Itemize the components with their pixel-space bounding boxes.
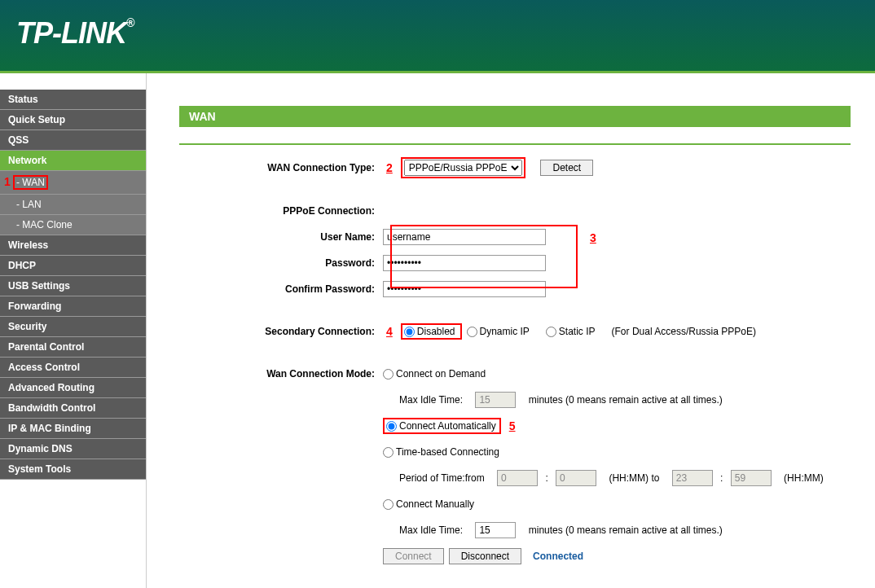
sidebar-dhcp[interactable]: DHCP xyxy=(0,256,146,276)
marker-1: 1 xyxy=(4,175,11,188)
disconnect-button[interactable]: Disconnect xyxy=(449,548,521,564)
sidebar-ddns[interactable]: Dynamic DNS xyxy=(0,439,146,459)
sidebar-sub-wan[interactable]: 1 - WAN xyxy=(0,171,146,195)
label-secondary-conn: Secondary Connection: xyxy=(179,326,383,337)
marker-3: 3 xyxy=(590,231,596,244)
divider xyxy=(179,143,851,145)
radio-connect-manual[interactable] xyxy=(383,499,394,510)
content-area: WAN WAN Connection Type: 2 PPPoE/Russia … xyxy=(147,73,875,588)
label-conn-type: WAN Connection Type: xyxy=(179,162,383,173)
sidebar-status[interactable]: Status xyxy=(0,90,146,110)
connection-status: Connected xyxy=(533,551,583,562)
radio-connect-auto[interactable] xyxy=(386,421,397,432)
radio-static-ip[interactable] xyxy=(546,327,556,337)
sidebar-quick-setup[interactable]: Quick Setup xyxy=(0,110,146,130)
sidebar-access[interactable]: Access Control xyxy=(0,358,146,378)
connect-button: Connect xyxy=(383,548,444,564)
sidebar-adv-routing[interactable]: Advanced Routing xyxy=(0,378,146,398)
sidebar-security[interactable]: Security xyxy=(0,317,146,337)
sidebar-wireless[interactable]: Wireless xyxy=(0,235,146,256)
marker-2: 2 xyxy=(386,161,393,174)
sidebar-network[interactable]: Network xyxy=(0,151,146,171)
sidebar-system[interactable]: System Tools xyxy=(0,459,146,480)
sidebar-qss[interactable]: QSS xyxy=(0,130,146,151)
page-title: WAN xyxy=(179,106,851,127)
sidebar-forwarding[interactable]: Forwarding xyxy=(0,296,146,317)
label-period-from: Period of Time:from xyxy=(399,472,485,484)
hint-minutes-2: minutes (0 means remain active at all ti… xyxy=(529,524,723,536)
label-confirm-password: Confirm Password: xyxy=(179,283,383,295)
marker-4: 4 xyxy=(386,325,393,338)
main-container: Status Quick Setup QSS Network 1 - WAN -… xyxy=(0,73,875,588)
radio-disabled[interactable] xyxy=(404,327,415,337)
detect-button[interactable]: Detect xyxy=(540,160,593,176)
radio-dynamic-ip[interactable] xyxy=(467,327,477,337)
time-to-m xyxy=(731,470,772,486)
marker-5: 5 xyxy=(509,419,516,432)
sidebar-ip-mac[interactable]: IP & MAC Binding xyxy=(0,419,146,439)
hhmm: (HH:MM) xyxy=(784,472,824,484)
hhmm-to: (HH:MM) to xyxy=(609,472,659,484)
label-max-idle-1: Max Idle Time: xyxy=(399,394,463,406)
sidebar-bandwidth[interactable]: Bandwidth Control xyxy=(0,398,146,419)
hint-minutes-1: minutes (0 means remain active at all ti… xyxy=(529,394,723,406)
sidebar-sub-lan[interactable]: - LAN xyxy=(0,195,146,215)
sidebar-parental[interactable]: Parental Control xyxy=(0,337,146,358)
dual-access-hint: (For Dual Access/Russia PPPoE) xyxy=(612,326,756,337)
label-password: Password: xyxy=(179,257,383,269)
time-from-h xyxy=(497,470,538,486)
radio-connect-demand[interactable] xyxy=(383,369,394,380)
sidebar-usb[interactable]: USB Settings xyxy=(0,276,146,296)
time-from-m xyxy=(556,470,596,486)
time-to-h xyxy=(672,470,713,486)
wan-conn-type-select[interactable]: PPPoE/Russia PPPoE xyxy=(404,160,522,176)
max-idle-input-1 xyxy=(475,392,516,408)
label-pppoe-conn: PPPoE Connection: xyxy=(179,205,383,217)
sidebar-sub-mac-clone[interactable]: - MAC Clone xyxy=(0,215,146,235)
radio-time-based[interactable] xyxy=(383,447,394,458)
header: TP-LINK® xyxy=(0,0,875,73)
label-wan-mode: Wan Connection Mode: xyxy=(179,368,383,380)
label-max-idle-2: Max Idle Time: xyxy=(399,524,463,536)
sidebar: Status Quick Setup QSS Network 1 - WAN -… xyxy=(0,73,147,588)
max-idle-input-2[interactable] xyxy=(475,522,516,538)
logo: TP-LINK® xyxy=(16,16,134,50)
label-username: User Name: xyxy=(179,231,383,243)
